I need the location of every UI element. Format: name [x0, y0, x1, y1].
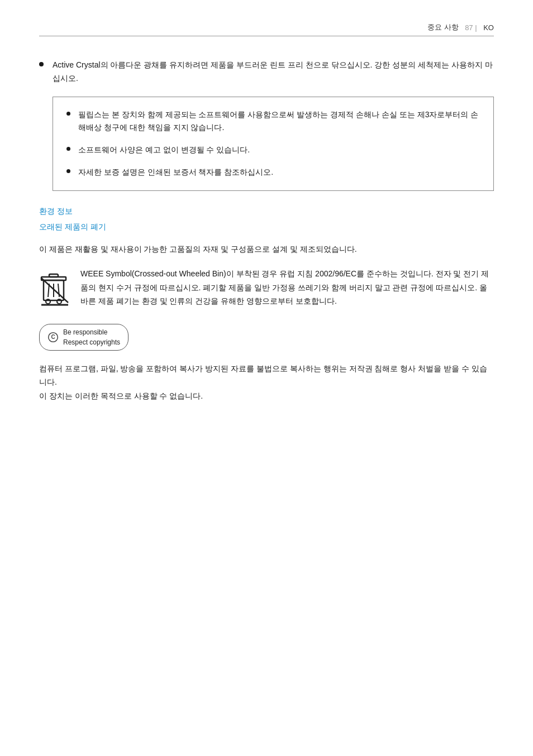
inner-dot-3	[66, 169, 70, 173]
divider: 87 |	[463, 23, 479, 32]
info-box-item-1: 필립스는 본 장치와 함께 제공되는 소프트웨어를 사용함으로써 발생하는 경제…	[66, 108, 480, 135]
inner-dot-2	[66, 147, 70, 151]
copyright-badge: C Be responsible Respect copyrights	[39, 324, 129, 351]
copyright-badge-text: Be responsible Respect copyrights	[63, 327, 120, 347]
bullet-dot	[39, 62, 44, 66]
env-text: 이 제품은 재활용 및 재사용이 가능한 고품질의 자재 및 구성품으로 설계 …	[39, 242, 494, 256]
svg-text:C: C	[51, 334, 55, 340]
lang-label: KO	[483, 23, 494, 32]
weee-icon	[39, 268, 70, 306]
info-box-text-2: 소프트웨어 사양은 예고 없이 변경될 수 있습니다.	[78, 143, 250, 157]
page-header: 중요 사항 87 | KO	[39, 22, 494, 36]
inner-dot-1	[66, 112, 70, 116]
page-info: 중요 사항 87 | KO	[427, 22, 494, 32]
main-bullet-item: Active Crystal의 아름다운 광채를 유지하려면 제품을 부드러운 …	[39, 59, 494, 85]
badge-line1: Be responsible	[63, 328, 107, 336]
info-box-item-2: 소프트웨어 사양은 예고 없이 변경될 수 있습니다.	[66, 143, 480, 157]
page: 중요 사항 87 | KO Active Crystal의 아름다운 광채를 유…	[0, 0, 533, 756]
info-box: 필립스는 본 장치와 함께 제공되는 소프트웨어를 사용함으로써 발생하는 경제…	[53, 97, 494, 191]
info-box-item-3: 자세한 보증 설명은 인쇄된 보증서 책자를 참조하십시오.	[66, 166, 480, 179]
weee-section: WEEE Symbol(Crossed-out Wheeled Bin)이 부착…	[39, 267, 494, 308]
info-box-text-1: 필립스는 본 장치와 함께 제공되는 소프트웨어를 사용함으로써 발생하는 경제…	[78, 108, 480, 135]
svg-rect-2	[49, 274, 58, 277]
weee-text: WEEE Symbol(Crossed-out Wheeled Bin)이 부착…	[80, 267, 494, 308]
copyright-text: 컴퓨터 프로그램, 파일, 방송을 포함하여 복사가 방지된 자료를 불법으로 …	[39, 362, 494, 403]
cc-icon: C	[47, 332, 59, 343]
section-title: 중요 사항	[427, 22, 459, 32]
main-bullet-text: Active Crystal의 아름다운 광채를 유지하려면 제품을 부드러운 …	[53, 59, 494, 85]
old-product-heading: 오래된 제품의 폐기	[39, 222, 494, 232]
env-heading: 환경 정보	[39, 207, 494, 217]
badge-line2: Respect copyrights	[63, 338, 120, 346]
info-box-text-3: 자세한 보증 설명은 인쇄된 보증서 책자를 참조하십시오.	[78, 166, 273, 179]
main-content: Active Crystal의 아름다운 광채를 유지하려면 제품을 부드러운 …	[39, 59, 494, 403]
